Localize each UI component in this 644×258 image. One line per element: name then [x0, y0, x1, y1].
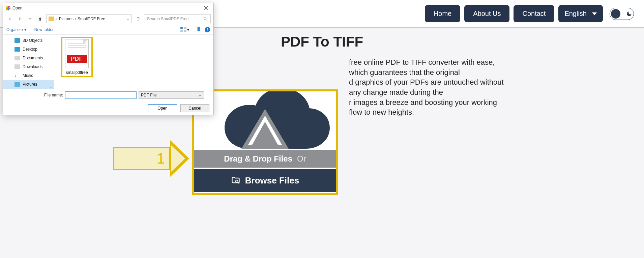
- preview-pane-button[interactable]: [194, 27, 200, 32]
- tree-item-desktop[interactable]: Desktop: [3, 45, 54, 54]
- dialog-titlebar: Open: [3, 3, 213, 13]
- desktop-icon: [14, 47, 20, 52]
- forward-button[interactable]: [16, 15, 24, 23]
- pdf-badge: PDF: [67, 55, 87, 63]
- browse-label: Browse Files: [245, 175, 299, 186]
- 3d-objects-icon: [14, 38, 20, 43]
- refresh-icon: [136, 17, 140, 21]
- drag-drop-bar[interactable]: Drag & Drop Files Or: [194, 149, 336, 168]
- recent-dropdown[interactable]: [26, 15, 34, 23]
- toggle-knob: [611, 9, 620, 19]
- upload-widget: Drag & Drop Files Or Browse Files: [192, 89, 338, 195]
- file-item-smallpdffree[interactable]: PDF smallpdffree: [61, 37, 93, 77]
- browse-files-button[interactable]: Browse Files: [194, 168, 336, 192]
- cloud-icon: [198, 91, 332, 149]
- search-placeholder: Search SmallPDF Free: [147, 17, 188, 21]
- svg-rect-8: [184, 27, 186, 29]
- dialog-title: Open: [12, 6, 22, 10]
- breadcrumb[interactable]: « Pictures › SmallPDF Free ⌄: [46, 15, 132, 23]
- or-label: Or: [297, 154, 306, 164]
- dialog-body: 3D Objects Desktop Documents Downloads ♪…: [3, 35, 213, 91]
- arrow-right-icon: [18, 17, 22, 21]
- up-button[interactable]: [36, 15, 44, 23]
- file-open-dialog: Open « Pictures › SmallPDF Free ⌄: [3, 3, 214, 115]
- organize-menu[interactable]: Organize ▾: [6, 27, 26, 32]
- arrow-up-icon: [38, 17, 42, 21]
- chevron-down-icon: [28, 17, 32, 21]
- drag-label: Drag & Drop Files: [224, 154, 292, 164]
- tree-caret-icon[interactable]: ⌄: [49, 84, 53, 89]
- svg-line-6: [206, 20, 207, 21]
- cloud-area[interactable]: [194, 91, 336, 149]
- tree-item-3d-objects[interactable]: 3D Objects: [3, 36, 54, 45]
- moon-icon: [626, 11, 632, 17]
- panel-icon: [194, 27, 200, 31]
- pdf-file-icon: PDF: [65, 39, 89, 68]
- filename-label: File name:: [6, 93, 63, 97]
- documents-icon: [14, 56, 20, 60]
- open-button[interactable]: Open: [148, 104, 177, 112]
- tree-item-downloads[interactable]: Downloads: [3, 62, 54, 71]
- filetype-select[interactable]: PDF File ⌄: [139, 91, 204, 99]
- language-select[interactable]: English: [558, 5, 603, 22]
- breadcrumb-seg-2[interactable]: SmallPDF Free: [78, 17, 105, 21]
- back-button[interactable]: [6, 15, 14, 23]
- svg-rect-12: [198, 27, 200, 31]
- close-button[interactable]: [199, 3, 213, 13]
- tree-item-pictures[interactable]: Pictures: [3, 80, 54, 89]
- svg-point-5: [204, 18, 206, 20]
- nav-contact[interactable]: Contact: [514, 5, 554, 22]
- dropdown-caret-icon: ▾: [187, 27, 189, 32]
- nav-about[interactable]: About Us: [464, 5, 509, 22]
- dropdown-caret-icon: ▾: [24, 27, 26, 32]
- svg-rect-10: [184, 30, 186, 32]
- language-label: English: [564, 10, 587, 18]
- chevron-down-icon: [592, 11, 597, 16]
- search-input[interactable]: Search SmallPDF Free: [144, 15, 211, 23]
- new-folder-button[interactable]: New folder: [34, 27, 54, 32]
- help-button[interactable]: ?: [205, 27, 210, 32]
- svg-rect-11: [194, 27, 197, 31]
- filename-input[interactable]: [65, 91, 137, 99]
- chevron-down-icon[interactable]: ⌄: [126, 17, 129, 21]
- cancel-button[interactable]: Cancel: [180, 104, 209, 112]
- pictures-icon: [14, 82, 20, 87]
- refresh-button[interactable]: [134, 17, 142, 21]
- annotation-step-1: 1: [113, 147, 170, 170]
- annotation-arrow-1: 1: [113, 140, 189, 177]
- music-icon: ♪: [14, 73, 20, 78]
- search-icon: [203, 17, 208, 21]
- breadcrumb-seg-1[interactable]: Pictures: [59, 17, 74, 21]
- filename-row: File name: PDF File ⌄: [3, 91, 213, 99]
- folder-tree[interactable]: 3D Objects Desktop Documents Downloads ♪…: [3, 35, 54, 91]
- folder-search-icon: [231, 176, 240, 185]
- svg-rect-7: [180, 27, 183, 29]
- arrow-left-icon: [7, 17, 12, 21]
- close-icon: [204, 6, 208, 10]
- view-mode-button[interactable]: ▾: [180, 27, 189, 32]
- svg-point-3: [236, 180, 238, 182]
- downloads-icon: [14, 64, 20, 69]
- theme-toggle[interactable]: [610, 8, 634, 20]
- chrome-icon: [6, 6, 10, 10]
- tree-item-documents[interactable]: Documents: [3, 54, 54, 62]
- chevron-right-icon: «: [55, 17, 58, 21]
- svg-rect-9: [180, 30, 183, 32]
- folder-icon: [49, 17, 54, 21]
- filetype-label: PDF File: [141, 93, 157, 97]
- file-pane[interactable]: PDF smallpdffree: [54, 35, 213, 91]
- tree-item-music[interactable]: ♪ Music: [3, 71, 54, 80]
- nav-home[interactable]: Home: [425, 5, 460, 22]
- view-icon: [180, 27, 186, 32]
- chevron-down-icon: ⌄: [198, 93, 202, 97]
- dialog-buttons: Open Cancel: [148, 104, 209, 112]
- toolbar: Organize ▾ New folder ▾ ?: [3, 25, 213, 35]
- nav-row: « Pictures › SmallPDF Free ⌄ Search Smal…: [3, 13, 213, 25]
- chevron-right-icon: ›: [75, 17, 76, 21]
- file-label: smallpdffree: [63, 70, 90, 75]
- arrow-head-icon: [170, 140, 189, 177]
